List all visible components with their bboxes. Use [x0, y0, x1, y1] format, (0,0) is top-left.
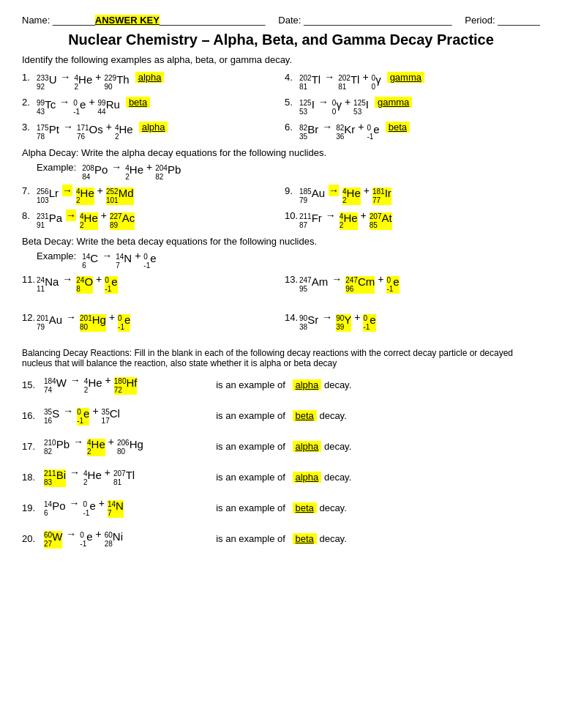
- nuclide-He1: 42He: [75, 74, 93, 92]
- alpha-section-header: Alpha Decay: Write the alpha decay equat…: [22, 147, 540, 158]
- name-label: Name: ________ANSWER KEY________________…: [22, 15, 265, 26]
- balancing-instructions: Balancing Decay Reactions: Fill in the b…: [22, 348, 540, 368]
- answer-19: beta: [293, 502, 317, 513]
- alpha-problems-grid: 7. 256103Lr → 42He + 252101Md 9. 18579Au…: [22, 185, 540, 231]
- problem-14: 14. 9038Sr → 9039Y + 0-1e: [285, 311, 540, 332]
- nuclide-gamma1: 00γ: [372, 74, 381, 92]
- answer-1: alpha: [135, 72, 165, 83]
- problem-1: 1. 23392U → 42He + 22990Th alpha: [22, 71, 277, 92]
- nuclide-Pt: 17578Pt: [37, 124, 59, 141]
- nuclide-I2: 12553I: [353, 99, 369, 116]
- nuclide-Tl2: 20281Tl: [338, 74, 359, 92]
- nuclide-Ru: 9944Ru: [98, 99, 120, 116]
- page-title: Nuclear Chemistry – Alpha, Beta, and Gam…: [22, 31, 540, 48]
- problem-18: 18. 21183Bi → 42He + 20781Tl is an examp…: [22, 467, 540, 487]
- header: Name: ________ANSWER KEY________________…: [22, 15, 540, 26]
- nuclide-U: 23392U: [37, 74, 57, 92]
- nuclide-He2: 42He: [115, 124, 133, 141]
- beta-problems-grid: 11. 2411Na → 248O + 0-1e 13. 24795Am → 2…: [22, 273, 540, 343]
- nuclide-I1: 12553I: [299, 99, 315, 116]
- problem-3: 3. 17578Pt → 17176Os + 42He alpha: [22, 121, 277, 141]
- problem-20: 20. 6027W → 0-1e + 6028Ni is an example …: [22, 528, 540, 549]
- nuclide-e1: 0-1e: [73, 99, 86, 116]
- problem-2: 2. 9943Tc → 0-1e + 9944Ru beta: [22, 96, 277, 116]
- problem-7: 7. 256103Lr → 42He + 252101Md: [22, 185, 277, 205]
- answer-17: alpha: [293, 441, 322, 452]
- problem-4: 4. 20281Tl → 20281Tl + 00γ gamma: [285, 71, 540, 92]
- answer-2: beta: [126, 97, 150, 108]
- problem-16: 16. 3516S → 0-1e + 3517Cl is an example …: [22, 405, 540, 426]
- answer-6: beta: [386, 122, 410, 133]
- beta-section-header: Beta Decay: Write the beta decay equatio…: [22, 236, 540, 247]
- nuclide-Th: 22990Th: [104, 74, 129, 92]
- answer-3: alpha: [139, 122, 168, 133]
- nuclide-Tc: 9943Tc: [37, 99, 56, 116]
- problem-13: 13. 24795Am → 24796Cm + 0-1e: [285, 273, 540, 294]
- answer-5: gamma: [375, 97, 412, 108]
- problem-15: 15. 18474W → 42He + 18072Hf is an exampl…: [22, 374, 540, 395]
- nuclide-Os: 17176Os: [77, 124, 103, 141]
- answer-4: gamma: [387, 72, 424, 83]
- problem-8: 8. 23191Pa → 42He + 22789Ac: [22, 209, 277, 230]
- nuclide-Tl1: 20281Tl: [299, 74, 321, 92]
- alpha-example-line: Example: 20884Po → 42He + 20482Pb: [37, 161, 540, 182]
- problem-6: 6. 8235Br → 8236Kr + 0-1e beta: [285, 121, 540, 141]
- problem-11: 11. 2411Na → 248O + 0-1e: [22, 273, 277, 294]
- period-label: Period: ________: [465, 15, 540, 26]
- nuclide-Br: 8235Br: [299, 124, 318, 141]
- identify-problems-grid: 1. 23392U → 42He + 22990Th alpha 4. 2028…: [22, 71, 540, 143]
- beta-example-line: Example: 146C → 147N + 0-1e: [37, 250, 540, 270]
- problem-5: 5. 12553I → 00γ + 12553I gamma: [285, 96, 540, 116]
- answer-20: beta: [293, 533, 317, 544]
- answer-16: beta: [293, 410, 317, 421]
- problem-9: 9. 18579Au → 42He + 18177Ir: [285, 185, 540, 205]
- answer-18: alpha: [293, 472, 322, 483]
- nuclide-Kr: 8236Kr: [336, 124, 355, 141]
- answer-15: alpha: [293, 379, 322, 390]
- problem-10: 10. 21187Fr → 42He + 20785At: [285, 209, 540, 230]
- nuclide-gamma2: 00γ: [332, 99, 342, 116]
- problem-12: 12. 20179Au → 20180Hg + 0-1e: [22, 311, 277, 332]
- date-label: Date: ____________________________: [278, 15, 452, 26]
- problem-17: 17. 21082Pb → 42He + 20680Hg is an examp…: [22, 436, 540, 456]
- answer-key: ANSWER KEY: [95, 15, 160, 26]
- problem-19: 19. 146Po → 0-1e + 147N is an example of…: [22, 497, 540, 518]
- nuclide-e2: 0-1e: [367, 124, 379, 141]
- identify-instructions: Identify the following examples as alpha…: [22, 54, 540, 65]
